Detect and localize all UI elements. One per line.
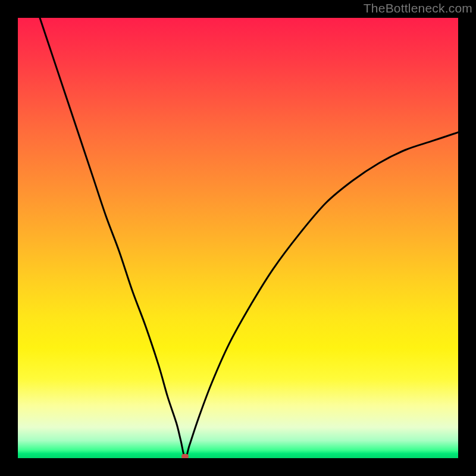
bottleneck-curve-path bbox=[40, 18, 458, 458]
curve-svg bbox=[18, 18, 458, 458]
chart-frame: TheBottleneck.com bbox=[0, 0, 476, 476]
plot-area bbox=[18, 18, 458, 458]
watermark-text: TheBottleneck.com bbox=[364, 1, 472, 15]
minimum-marker bbox=[181, 454, 189, 458]
